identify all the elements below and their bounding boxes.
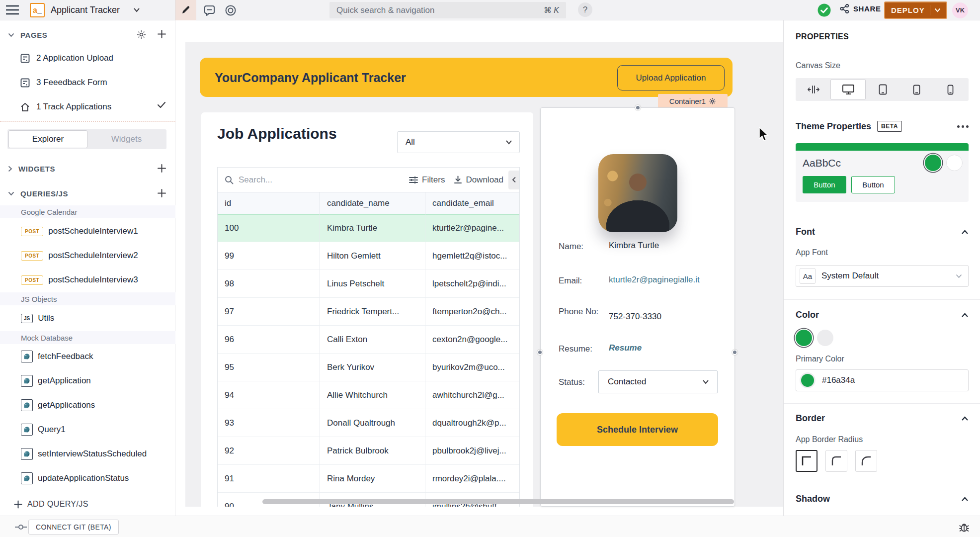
query-item-postScheduleInterview3[interactable]: POST postScheduleInterview3 (0, 271, 175, 289)
add-widget-plus-icon[interactable] (157, 164, 166, 173)
table-row[interactable]: 95Berk Yurikovbyurikov2m@uco... (218, 354, 519, 381)
resize-handle-top[interactable] (635, 105, 641, 110)
table-row[interactable]: 93Donall Qualtroughdqualtrough2k@p... (218, 409, 519, 437)
hamburger-menu-icon[interactable] (6, 4, 19, 15)
queries-header-row[interactable]: QUERIES/JS (0, 186, 175, 201)
theme-preview-card[interactable]: AaBbCc Button Button (796, 143, 969, 202)
js-object-utils[interactable]: JS Utils (0, 309, 175, 327)
canvas-size-tablet-icon[interactable] (899, 79, 933, 100)
debug-bug-icon[interactable] (959, 522, 970, 533)
primary-color-input[interactable]: #16a34a (796, 369, 969, 391)
connect-git-button[interactable]: CONNECT GIT (BETA) (28, 520, 119, 535)
app-title-chevron-down-icon[interactable] (133, 7, 140, 12)
pages-settings-gear-icon[interactable] (136, 29, 147, 40)
add-query-js-button[interactable]: ADD QUERY/JS (14, 497, 88, 512)
canvas-size-tablet-large-icon[interactable] (866, 79, 899, 100)
table-row[interactable]: 94Allie Whitchurchawhitchurch2l@g... (218, 381, 519, 409)
upload-application-button[interactable]: Upload Application (617, 65, 725, 90)
app-title[interactable]: Applicant Tracker (51, 5, 120, 15)
user-avatar[interactable]: VK (952, 2, 968, 18)
deploy-button[interactable]: DEPLOY (884, 1, 947, 19)
color-swatch-light[interactable] (817, 330, 833, 346)
theme-primary-swatch[interactable] (925, 155, 941, 171)
share-button[interactable]: SHARE (840, 4, 881, 13)
email-value[interactable]: kturtle2r@paginegialle.it (609, 275, 700, 285)
candidate-detail-container[interactable]: Name: Kimbra Turtle Email: kturtle2r@pag… (540, 107, 735, 507)
add-page-plus-icon[interactable] (157, 29, 166, 39)
query-item-setInterviewStatusScheduled[interactable]: setInterviewStatusScheduled (0, 445, 175, 463)
column-header-candidate-name[interactable]: candidate_name (320, 192, 425, 214)
color-swatch-green-selected[interactable] (796, 330, 812, 346)
query-item-postScheduleInterview2[interactable]: POST postScheduleInterview2 (0, 247, 175, 265)
comments-mode-icon[interactable] (204, 4, 215, 16)
help-button[interactable]: ? (578, 2, 592, 17)
container1-widget-label[interactable]: Container1 (658, 94, 728, 108)
app-logo-icon[interactable]: a_ (30, 3, 45, 17)
theme-more-options-icon[interactable] (957, 125, 969, 128)
query-item-postScheduleInterview1[interactable]: POST postScheduleInterview1 (0, 222, 175, 240)
shadow-section-header[interactable]: Shadow (796, 494, 969, 504)
resize-handle-left[interactable] (537, 350, 543, 355)
table-filters-button[interactable]: Filters (409, 175, 445, 185)
resume-link[interactable]: Resume (609, 343, 642, 353)
widget-settings-gear-icon[interactable] (709, 97, 716, 105)
border-radius-medium-icon[interactable] (825, 450, 847, 472)
color-section-header[interactable]: Color (796, 310, 969, 320)
theme-preview-text: AaBbCc (803, 157, 925, 169)
theme-background-swatch[interactable] (946, 155, 963, 171)
datasource-group-js-objects: JS Objects (0, 292, 175, 305)
table-collapse-button[interactable] (508, 171, 519, 189)
border-radius-sharp-icon[interactable] (796, 450, 817, 472)
add-query-plus-icon[interactable] (157, 188, 166, 198)
table-row[interactable]: 100Kimbra Turtlekturtle2r@pagine... (218, 214, 519, 242)
table-row[interactable]: 99Hilton Gemletthgemlett2q@istoc... (218, 242, 519, 270)
queries-chevron-down-icon[interactable] (8, 191, 14, 196)
font-section-header[interactable]: Font (796, 227, 969, 237)
widgets-chevron-right-icon[interactable] (8, 166, 12, 172)
status-select[interactable]: Contacted (598, 370, 718, 393)
query-item-getApplications[interactable]: getApplications (0, 396, 175, 414)
header-banner-container[interactable]: YourCompany Applicant Tracker Upload App… (200, 58, 733, 97)
sidebar-page-feedback-form[interactable]: 3 Feeedback Form (0, 73, 175, 92)
sidebar-page-application-upload[interactable]: 2 Application Upload (0, 48, 175, 68)
canvas-horizontal-scrollbar[interactable] (262, 499, 734, 504)
schedule-interview-button[interactable]: Schedule Interview (557, 413, 718, 446)
preview-mode-icon[interactable] (225, 4, 237, 16)
app-font-select[interactable]: Aa System Default (796, 265, 969, 287)
status-filter-select[interactable]: All (397, 131, 520, 153)
theme-button-filled-sample: Button (803, 176, 846, 193)
theme-properties-label: Theme Properties (796, 121, 871, 132)
table-row[interactable]: 97Friedrick Tempert...ftemperton2o@ch... (218, 298, 519, 326)
top-bar: a_ Applicant Tracker Quick search & navi… (0, 0, 980, 20)
canvas-size-desktop-icon[interactable] (830, 79, 865, 100)
divider (784, 403, 980, 404)
pages-chevron-down-icon[interactable] (8, 33, 14, 37)
query-item-updateApplicationStatus[interactable]: updateApplicationStatus (0, 469, 175, 487)
tab-widgets[interactable]: Widgets (87, 130, 165, 148)
table-row[interactable]: 92Patrick Bulbrookpbulbrook2j@livej... (218, 437, 519, 465)
chevron-up-icon (961, 313, 969, 318)
canvas-size-fluid-icon[interactable] (797, 79, 830, 100)
border-radius-round-icon[interactable] (855, 450, 877, 472)
edit-mode-button[interactable] (175, 0, 196, 20)
table-search-input[interactable]: Search... (225, 175, 409, 185)
table-row[interactable]: 91Rina Mordeyrmordey2i@plala.... (218, 465, 519, 493)
border-section-header[interactable]: Border (796, 413, 969, 424)
query-item-fetchFeedback[interactable]: fetchFeedback (0, 348, 175, 365)
canvas-size-phone-icon[interactable] (934, 79, 968, 100)
sidebar-page-track-applications[interactable]: 1 Track Applications (0, 97, 175, 117)
table-row[interactable]: 96Calli Extoncexton2n@google... (218, 326, 519, 354)
divider (0, 121, 175, 122)
column-header-id[interactable]: id (218, 192, 320, 214)
query-item-Query1[interactable]: Query1 (0, 421, 175, 439)
widgets-header-row[interactable]: WIDGETS (0, 161, 175, 176)
table-download-button[interactable]: Download (454, 175, 503, 185)
tab-explorer[interactable]: Explorer (8, 130, 87, 148)
explorer-widgets-tabs: Explorer Widgets (7, 129, 166, 149)
column-header-candidate-email[interactable]: candidate_email (425, 192, 519, 214)
query-item-getApplication[interactable]: getApplication (0, 372, 175, 390)
resize-handle-right[interactable] (732, 350, 737, 355)
share-icon (840, 4, 849, 13)
quick-search-input[interactable]: Quick search & navigation ⌘ K (329, 2, 566, 18)
table-row[interactable]: 98Linus Petscheltlpetschelt2p@indi... (218, 270, 519, 298)
